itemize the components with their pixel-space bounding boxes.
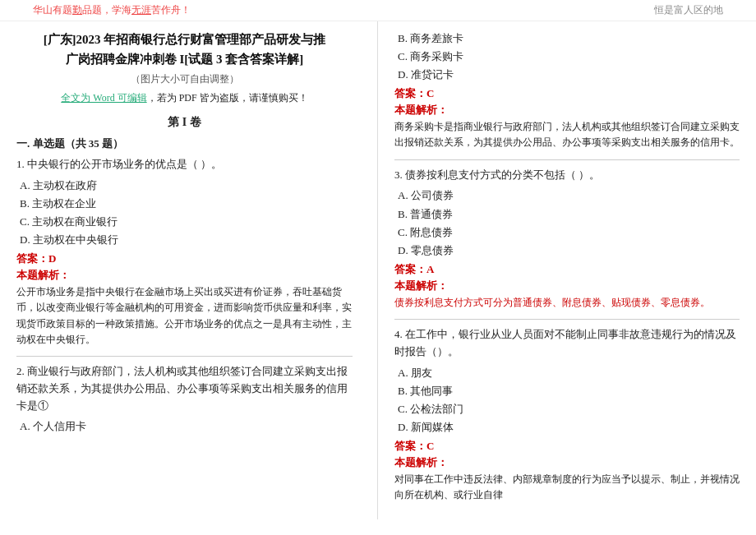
q1-option-d: D. 主动权在中央银行 (20, 231, 353, 249)
q3-option-a: A. 公司债券 (398, 187, 740, 205)
banner-underline1: 勤 (72, 4, 82, 16)
q1-answer: 答案：D (16, 251, 353, 266)
question-4-text: 4. 在工作中，银行业从业人员面对不能制止同事非故意违规行为的情况及时报告（）。 (394, 326, 740, 361)
question-2-text: 2. 商业银行与政府部门，法人机构或其他组织签订合同建立采购支出报销还款关系，为… (16, 363, 353, 414)
q3-analysis-label: 本题解析： (394, 279, 740, 293)
question-3-text: 3. 债券按利息支付方式的分类不包括（ ）。 (394, 167, 740, 184)
doc-word-link: 全文为 Word 可编辑，若为 PDF 皆为盗版，请谨慎购买！ (16, 91, 353, 105)
question-4: 4. 在工作中，银行业从业人员面对不能制止同事非故意违规行为的情况及时报告（）。… (394, 326, 740, 503)
q1-option-b: B. 主动权在企业 (20, 195, 353, 213)
q2-option-c: C. 商务采购卡 (398, 48, 740, 66)
doc-subtitle: （图片大小可自由调整） (16, 72, 353, 86)
q3-answer: 答案：A (394, 262, 740, 277)
q4-analysis-text: 对同事在工作中违反法律、内部规章制度的行为应当予以提示、制止，并视情况向所在机构… (394, 472, 740, 503)
q2-analysis-text: 商务采购卡是指商业银行与政府部门，法人机构或其他组织签订合同建立采购支出报销还款… (394, 119, 740, 150)
section1-label: 一. 单选题（共 35 题） (16, 136, 353, 151)
question-1-text: 1. 中央银行的公开市场业务的优点是（ ）。 (16, 156, 353, 173)
question-1: 1. 中央银行的公开市场业务的优点是（ ）。 A. 主动权在政府 B. 主动权在… (16, 156, 353, 348)
right-column: B. 商务差旅卡 C. 商务采购卡 D. 准贷记卡 答案：C 本题解析： 商务采… (378, 21, 756, 519)
q3-option-c: C. 附息债券 (398, 224, 740, 242)
left-column: [广东]2023 年招商银行总行财富管理部产品研发与推 广岗招聘金牌冲刺卷 I[… (0, 21, 378, 519)
page-layout: [广东]2023 年招商银行总行财富管理部产品研发与推 广岗招聘金牌冲刺卷 I[… (0, 21, 756, 519)
q3-option-d: D. 零息债券 (398, 242, 740, 260)
q1-analysis-label: 本题解析： (16, 268, 353, 283)
q2-option-b: B. 商务差旅卡 (398, 30, 740, 48)
q3-analysis-text: 债券按利息支付方式可分为普通债券、附息债券、贴现债券、零息债券。 (394, 295, 740, 311)
divider-3 (394, 319, 740, 320)
doc-title: [广东]2023 年招商银行总行财富管理部产品研发与推 广岗招聘金牌冲刺卷 I[… (16, 30, 353, 69)
q3-option-b: B. 普通债券 (398, 205, 740, 224)
banner-underline2: 无涯 (131, 4, 151, 16)
q2-answer: 答案：C (394, 86, 740, 101)
q4-option-a: A. 朋友 (398, 364, 740, 382)
q4-option-d: D. 新闻媒体 (398, 418, 740, 436)
divider-1 (16, 356, 353, 357)
word-link-suffix: ，若为 PDF 皆为盗版，请谨慎购买！ (147, 92, 308, 104)
q4-option-c: C. 公检法部门 (398, 400, 740, 418)
q1-option-a: A. 主动权在政府 (20, 177, 353, 195)
q1-option-c: C. 主动权在商业银行 (20, 213, 353, 231)
divider-2 (394, 159, 740, 160)
top-banner: 华山有题勤品题，学海无涯苦作舟！ 恒是富人区的地 (0, 0, 756, 21)
part1-title: 第 I 卷 (16, 115, 353, 130)
question-3: 3. 债券按利息支付方式的分类不包括（ ）。 A. 公司债券 B. 普通债券 C… (394, 167, 740, 311)
q4-option-b: B. 其他同事 (398, 382, 740, 400)
question-2-right: B. 商务差旅卡 C. 商务采购卡 D. 准贷记卡 答案：C 本题解析： 商务采… (394, 30, 740, 151)
banner-left: 华山有题勤品题，学海无涯苦作舟！ (33, 3, 191, 17)
q2-option-a: A. 个人信用卡 (20, 417, 353, 436)
q1-analysis-text: 公开市场业务是指中央银行在金融市场上买出或买进有价证券，吞吐基础货币，以改变商业… (16, 284, 353, 348)
q2-analysis-label: 本题解析： (394, 103, 740, 118)
banner-right: 恒是富人区的地 (654, 3, 723, 17)
word-link[interactable]: 全文为 Word 可编辑 (61, 92, 146, 104)
question-2-left: 2. 商业银行与政府部门，法人机构或其他组织签订合同建立采购支出报销还款关系，为… (16, 363, 353, 436)
q4-answer: 答案：C (394, 439, 740, 454)
q2-option-d: D. 准贷记卡 (398, 66, 740, 84)
q4-analysis-label: 本题解析： (394, 455, 740, 470)
